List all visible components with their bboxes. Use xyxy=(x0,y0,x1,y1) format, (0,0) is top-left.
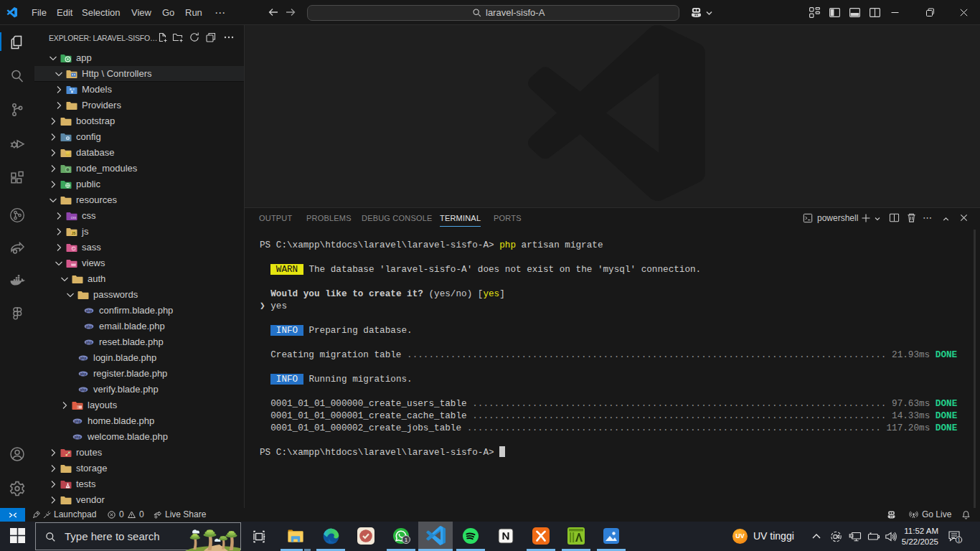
svg-text:php: php xyxy=(86,325,93,329)
svg-text:css: css xyxy=(71,215,77,220)
svg-text:php: php xyxy=(75,420,81,423)
svg-text:php: php xyxy=(80,372,87,376)
svg-text:php: php xyxy=(86,341,93,344)
svg-text:php: php xyxy=(86,309,93,313)
svg-text:JS: JS xyxy=(72,232,76,235)
svg-text:1: 1 xyxy=(957,537,960,543)
svg-text:php: php xyxy=(80,357,87,360)
svg-text:php: php xyxy=(75,435,81,439)
svg-text:php: php xyxy=(80,388,87,392)
